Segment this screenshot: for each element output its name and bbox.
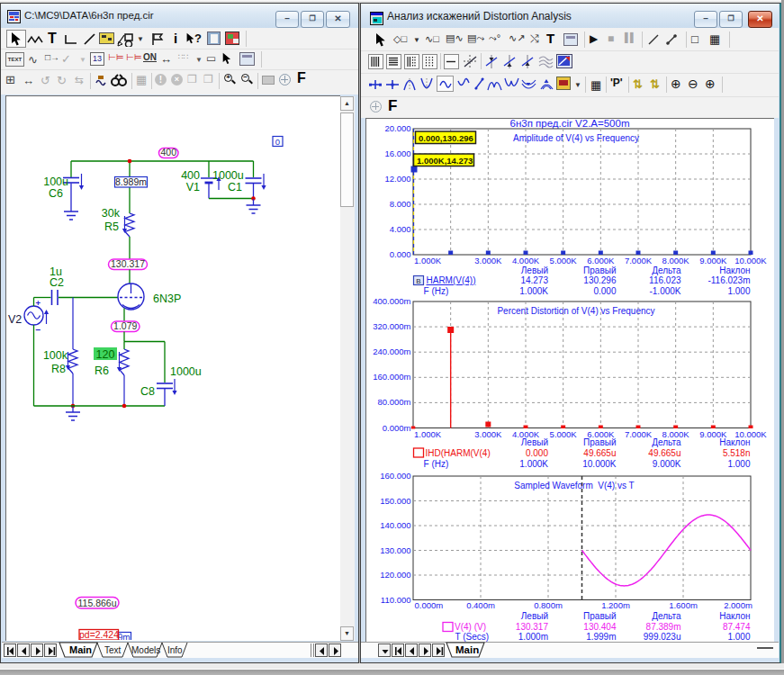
svg-text:3.000K: 3.000K	[474, 429, 502, 439]
svg-text:C2: C2	[50, 276, 64, 289]
svg-text:320.000m: 320.000m	[373, 321, 410, 331]
svg-text:-116.023m: -116.023m	[707, 275, 750, 285]
svg-text:87.389m: 87.389m	[646, 622, 681, 632]
svg-text:Main: Main	[455, 644, 479, 655]
svg-text:400: 400	[181, 169, 200, 182]
svg-text:5.000K: 5.000K	[550, 256, 578, 266]
svg-text:100u: 100u	[43, 176, 68, 188]
svg-text:Дельта: Дельта	[652, 266, 681, 275]
svg-text:5.000K: 5.000K	[550, 429, 578, 439]
svg-text:6.000K: 6.000K	[587, 256, 615, 266]
svg-text:14.273: 14.273	[520, 275, 548, 285]
svg-text:30k: 30k	[102, 207, 121, 220]
svg-text:−: −	[36, 325, 41, 335]
svg-text:Левый: Левый	[521, 266, 548, 275]
svg-text:160.000m: 160.000m	[373, 372, 410, 382]
svg-text:6н3п пред.cir V2.A=500m: 6н3п пред.cir V2.A=500m	[510, 118, 630, 129]
svg-text:4.000K: 4.000K	[512, 256, 540, 266]
svg-text:116.023: 116.023	[649, 275, 681, 285]
svg-text:+: +	[36, 298, 41, 308]
svg-text:130.317: 130.317	[111, 258, 145, 269]
svg-text:Percent Distortion of V(4) vs: Percent Distortion of V(4) vs Frequency	[497, 306, 654, 316]
svg-text:1.000: 1.000	[727, 632, 750, 642]
svg-text:0.800m: 0.800m	[534, 600, 563, 610]
svg-text:1.000K,14.273: 1.000K,14.273	[417, 156, 473, 166]
svg-text:0.400m: 0.400m	[466, 600, 495, 610]
svg-text:Дельта: Дельта	[652, 437, 681, 447]
svg-text:F (Hz): F (Hz)	[424, 459, 449, 469]
svg-text:Наклон: Наклон	[719, 266, 750, 275]
svg-text:IHD(HARM(V(4): IHD(HARM(V(4)	[426, 448, 491, 458]
svg-text:Левый: Левый	[521, 437, 548, 447]
svg-text:C8: C8	[140, 385, 155, 398]
svg-text:1.000m: 1.000m	[518, 632, 548, 642]
svg-text:8.989m: 8.989m	[115, 176, 147, 187]
svg-text:6N3P: 6N3P	[153, 292, 181, 305]
svg-text:R5: R5	[104, 220, 119, 233]
svg-text:130.317: 130.317	[516, 622, 549, 632]
svg-text:1.000: 1.000	[727, 286, 750, 296]
svg-text:1.000K: 1.000K	[519, 459, 548, 469]
svg-text:80.000m: 80.000m	[378, 397, 411, 407]
svg-text:R6: R6	[95, 364, 109, 377]
svg-text:10.000K: 10.000K	[582, 459, 617, 469]
svg-text:Правый: Правый	[583, 611, 616, 621]
svg-text:Наклон: Наклон	[719, 611, 750, 621]
svg-text:F (Hz): F (Hz)	[424, 286, 449, 296]
svg-text:1000u: 1000u	[212, 169, 244, 182]
svg-text:12.000: 12.000	[384, 174, 410, 184]
svg-text:130.296: 130.296	[583, 275, 617, 285]
svg-text:1000u: 1000u	[170, 365, 202, 378]
svg-text:400.000m: 400.000m	[373, 296, 410, 306]
svg-text:Левый: Левый	[521, 611, 548, 621]
svg-text:Main: Main	[69, 644, 92, 655]
svg-text:1.000K: 1.000K	[519, 286, 548, 296]
svg-text:87.474: 87.474	[723, 622, 751, 632]
svg-text:0.000m: 0.000m	[415, 600, 444, 610]
svg-text:130.000: 130.000	[380, 545, 410, 555]
svg-text:-1.000K: -1.000K	[649, 286, 680, 296]
svg-text:130.404: 130.404	[583, 622, 617, 632]
svg-text:20.000: 20.000	[384, 123, 410, 133]
svg-text:5.518n: 5.518n	[723, 448, 751, 458]
svg-text:10.000K: 10.000K	[734, 256, 767, 266]
svg-text:49.665u: 49.665u	[583, 448, 616, 458]
svg-text:0: 0	[275, 137, 280, 147]
svg-text:8.000: 8.000	[390, 199, 411, 209]
svg-text:9.000K: 9.000K	[653, 459, 681, 469]
svg-text:Дельта: Дельта	[652, 611, 681, 621]
svg-text:1.000: 1.000	[727, 459, 750, 469]
svg-text:Правый: Правый	[583, 437, 616, 447]
svg-text:115.866u: 115.866u	[77, 598, 116, 608]
svg-text:Info: Info	[167, 645, 183, 655]
svg-text:4.000: 4.000	[390, 224, 411, 234]
svg-text:Models: Models	[131, 645, 160, 655]
svg-text:100k: 100k	[43, 349, 68, 362]
svg-text:0.000: 0.000	[526, 448, 548, 458]
svg-text:0.000: 0.000	[390, 249, 411, 259]
svg-text:16.000: 16.000	[384, 148, 410, 158]
svg-text:8.000K: 8.000K	[662, 256, 690, 266]
svg-text:C1: C1	[228, 181, 242, 194]
svg-text:0.000,130.296: 0.000,130.296	[419, 133, 473, 143]
svg-text:120: 120	[96, 348, 115, 361]
svg-text:HARM(V(4)): HARM(V(4))	[427, 275, 476, 285]
svg-text:R8: R8	[51, 363, 66, 375]
svg-text:49.665u: 49.665u	[648, 448, 680, 458]
svg-text:1.000K: 1.000K	[414, 429, 442, 439]
svg-text:Text: Text	[104, 645, 122, 655]
svg-text:Amplitude of V(4) vs Frequency: Amplitude of V(4) vs Frequency	[513, 133, 639, 143]
svg-text:140.000: 140.000	[380, 520, 410, 530]
svg-text:1.600m: 1.600m	[669, 600, 698, 610]
svg-text:110.000: 110.000	[381, 595, 411, 605]
svg-text:7.000K: 7.000K	[625, 429, 653, 439]
svg-text:1.000K: 1.000K	[414, 256, 442, 266]
svg-text:240.000m: 240.000m	[373, 346, 410, 356]
svg-text:150.000: 150.000	[380, 496, 410, 506]
svg-text:1.999m: 1.999m	[586, 632, 616, 642]
svg-text:3.000K: 3.000K	[474, 256, 502, 266]
svg-text:pd=2.424: pd=2.424	[79, 629, 119, 640]
svg-text:T (Secs): T (Secs)	[455, 632, 490, 642]
svg-text:2.000m: 2.000m	[724, 600, 752, 610]
svg-text:Наклон: Наклон	[719, 437, 750, 447]
